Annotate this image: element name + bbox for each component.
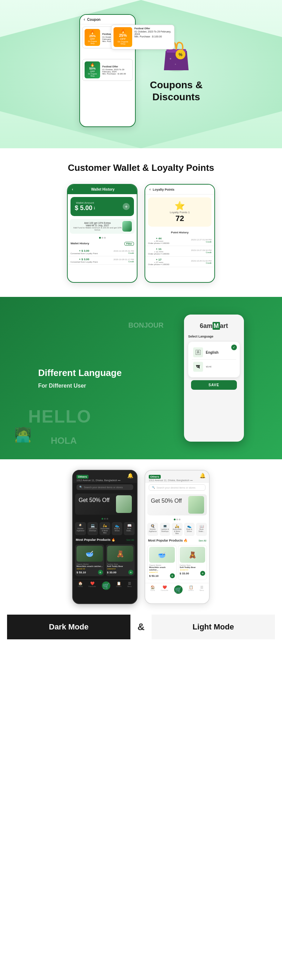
mode-amp: & <box>130 615 152 640</box>
cat-kitchen-label-light: Kitchen Appliance <box>148 528 158 532</box>
tx-2-amount: + $ 3.00 <box>71 258 98 261</box>
english-option[interactable]: 🇦 English <box>192 345 236 360</box>
dark-header-info: Others 1312 Avenue 11, Dhaka, Bangladesh… <box>76 473 120 482</box>
dark-see-all[interactable]: See All <box>126 539 134 541</box>
flame-icon-1: 🔥 <box>87 30 98 34</box>
wallet-section-title: Customer Wallet & Loyalty Points <box>7 162 275 173</box>
svg-text:★: ★ <box>174 63 176 65</box>
filter-button[interactable]: Filter <box>124 242 134 246</box>
cat-book-label: Book Statio... <box>124 527 134 531</box>
light-nav-menu[interactable]: ☰ Menu <box>200 585 204 594</box>
light-nav-cart[interactable]: 🛒 <box>174 585 182 594</box>
add-to-cart-dark-2[interactable]: + <box>128 570 133 575</box>
dark-search-bar[interactable]: 🔍 Search your desired items or stores <box>76 484 133 490</box>
cat-auto-label: Automobile & Motor Bike <box>100 527 109 534</box>
orders-icon-dark: 📋 <box>116 581 121 585</box>
light-address: 1312 Avenue 11, Dhaka, Bangladesh ••• <box>149 479 193 482</box>
promo-detail: Add Fund to Wallet minimum $ 100.00 and … <box>73 227 122 231</box>
light-nav-orders[interactable]: 📋 Orders <box>188 585 193 594</box>
bengali-option[interactable]: অ বাংলা <box>192 360 236 374</box>
menu-icon-light: ☰ <box>200 585 204 589</box>
light-search-bar[interactable]: 🔍 Search your desired items or stores <box>149 484 206 491</box>
dot-1 <box>99 237 101 239</box>
light-dot-3 <box>179 519 181 520</box>
dark-product-1: 🥣 Organic Market Munchkin snack catcher.… <box>75 544 105 576</box>
cat-laptop-light: 💻 Laptops & Desktops <box>160 523 171 536</box>
dark-banner-image <box>116 495 132 513</box>
cat-laptop-label: Laptops & Desktops <box>88 527 98 531</box>
add-wallet-button[interactable]: + <box>123 203 130 210</box>
bell-icon-light[interactable]: 🔔 <box>200 473 206 478</box>
bell-icon-dark[interactable]: 🔔 <box>127 473 133 478</box>
back-arrow-icon[interactable]: ‹ <box>84 17 85 22</box>
loyalty-points-card: ⭐ Loyalty Points 1 72 <box>148 197 211 227</box>
language-phone: 6amMart Select Language ✓ 🇦 English অ বা… <box>184 315 244 442</box>
featured-shop: On Organic Shop <box>116 41 130 45</box>
mode-phones-container: Others 1312 Avenue 11, Dhaka, Bangladesh… <box>7 470 275 604</box>
dark-dot-1 <box>101 518 103 520</box>
cat-bags-label: Bags & Shoes <box>112 527 122 531</box>
light-nav-home[interactable]: 🏠 Home <box>150 585 155 594</box>
language-title: Different Language <box>38 367 122 379</box>
tx-2-info: + $ 3.00 Converted from Loyalty Point <box>71 258 98 263</box>
language-subtitle: For Different User <box>38 383 122 389</box>
menu-label-light: Menu <box>200 589 204 591</box>
dark-search-container: 🔍 Search your desired items or stores <box>73 483 137 492</box>
search-icon-light: 🔍 <box>152 486 155 489</box>
cat-laptop-dark: 💻 Laptops & Desktops <box>87 522 98 535</box>
dark-product-1-footer: $ 53.10 + <box>76 570 103 575</box>
tx-1-info: + $ 3.00 Converted from Loyalty Point <box>71 249 98 255</box>
flame-icon-2: 🔥 <box>87 63 98 67</box>
tx-2-date: 2020-10-28 01:17 PM <box>114 258 134 261</box>
coupon-off-2: OFF <box>87 70 98 73</box>
light-popular-row: Most Popular Products 🔥 See All <box>145 537 209 544</box>
cat-laptop-icon: 💻 <box>88 523 98 527</box>
add-to-cart-light-2[interactable]: + <box>200 571 205 576</box>
light-dots <box>145 517 209 522</box>
dark-nav-cart[interactable]: 🛒 <box>102 581 110 590</box>
light-product-1: 🥣 Organic Market Munchkin snack catcher.… <box>147 545 177 580</box>
light-nav-fav[interactable]: ❤️ Favourite <box>161 585 168 594</box>
light-mode-banner: Light Mode <box>152 615 275 640</box>
select-language-label: Select Language <box>188 333 240 340</box>
light-mode-phone: Others 1312 Avenue 11, Dhaka, Bangladesh… <box>144 470 210 604</box>
orders-label-light: Orders <box>188 589 193 591</box>
english-flag-icon: 🇦 <box>193 347 203 357</box>
wallet-tx-2: + $ 3.00 Converted from Loyalty Point 20… <box>68 256 137 265</box>
wallet-phones-container: ‹ Wallet History Wallet Amount $ 5.00 ℹ … <box>7 184 275 283</box>
ptx-1-desc: Order phone # 100093 <box>148 242 169 244</box>
dark-nav-home[interactable]: 🏠 Home <box>78 581 82 590</box>
featured-off: OFF <box>116 37 130 41</box>
save-language-button[interactable]: SAVE <box>191 380 237 390</box>
dark-dot-2 <box>104 518 106 520</box>
cat-auto-label-light: Automobile & Motor Bike <box>173 528 182 535</box>
wallet-amount-label: Wallet Amount <box>75 201 95 204</box>
wallet-back-icon[interactable]: ‹ <box>72 188 73 191</box>
dot-2 <box>101 237 103 239</box>
tx-2-type: Credit <box>114 261 134 262</box>
add-to-cart-light-1[interactable]: + <box>170 573 175 578</box>
dark-banner: Get 50% Off <box>75 493 135 515</box>
bengali-info: বাংলা <box>206 365 211 369</box>
dark-nav-menu[interactable]: ☰ Menu <box>127 581 132 590</box>
ptx-2-info: + 11 + 11 •••••• Order phone # 100093 <box>148 247 169 255</box>
ptx-1-meta: 2023-12-27 01:04 PM Credit <box>191 239 211 243</box>
light-popular-label: Most Popular Products 🔥 <box>148 539 187 542</box>
add-to-cart-dark-1[interactable]: + <box>98 570 103 575</box>
light-search-placeholder: Search your desired items or stores <box>157 487 196 489</box>
dark-mode-title: Dark Mode <box>49 622 89 632</box>
dark-products-row: 🥣 Organic Market Munchkin snack catcher.… <box>73 543 137 578</box>
loyalty-phone: ‹ Loyalty Points ⭐ Loyalty Points 1 72 P… <box>144 184 215 283</box>
coupon-badge-1: 🔥 25% OFF On Organic Shop <box>85 29 100 46</box>
orders-icon-light: 📋 <box>188 585 193 589</box>
dark-nav-orders[interactable]: 📋 Orders <box>116 581 121 590</box>
point-tx-3: + 17 + 17 •••••• Order phone # 100093 20… <box>145 257 214 267</box>
dark-nav-fav[interactable]: ❤️ Favourite <box>89 581 96 590</box>
modes-section: Others 1312 Avenue 11, Dhaka, Bangladesh… <box>0 459 282 650</box>
light-dot-1 <box>174 519 176 520</box>
dark-header-row: Others 1312 Avenue 11, Dhaka, Bangladesh… <box>73 471 137 483</box>
english-label: English <box>206 350 219 355</box>
loyalty-back-icon[interactable]: ‹ <box>149 188 151 191</box>
light-see-all[interactable]: See All <box>198 539 206 542</box>
featured-date: 01 October, 2023 To 29 February, 2024 <box>134 30 172 35</box>
